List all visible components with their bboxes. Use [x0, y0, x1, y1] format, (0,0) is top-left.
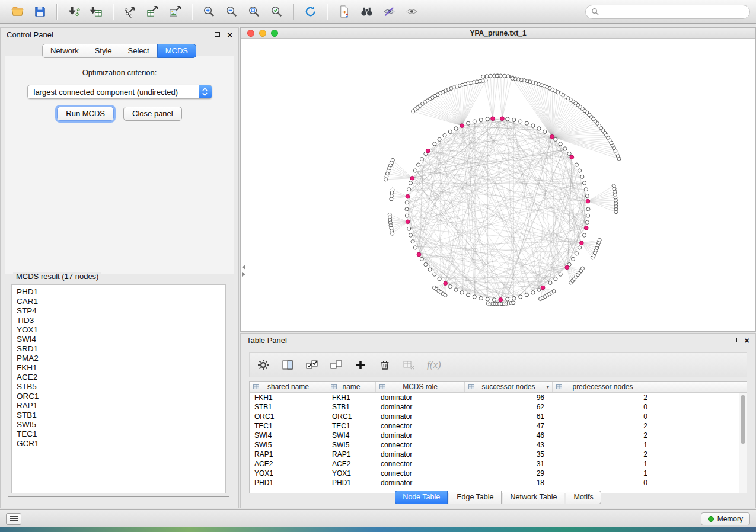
deselect-all-button[interactable]: [330, 358, 343, 371]
criterion-dropdown[interactable]: largest connected component (undirected): [27, 85, 212, 99]
memory-button[interactable]: Memory: [701, 512, 750, 525]
list-icon: [10, 516, 18, 517]
tab-select[interactable]: Select: [120, 44, 158, 58]
table-row[interactable]: STB1STB1dominator620: [250, 402, 747, 412]
column-type-icon: [556, 384, 562, 390]
table-scrollbar[interactable]: [739, 393, 747, 493]
tab-style[interactable]: Style: [87, 44, 120, 58]
table-cell: 1: [553, 469, 653, 477]
float-panel-icon[interactable]: [732, 338, 737, 342]
search-network-button[interactable]: [357, 3, 376, 21]
function-builder-button[interactable]: f(x): [427, 359, 441, 371]
optimization-criterion-label: Optimization criterion:: [5, 56, 234, 77]
tab-network[interactable]: Network: [42, 44, 87, 58]
mcds-tab-content: Optimization criterion: largest connecte…: [5, 56, 234, 274]
create-column-button[interactable]: [354, 358, 367, 371]
select-all-button[interactable]: [305, 358, 318, 371]
table-row[interactable]: RAP1RAP1dominator352: [250, 450, 747, 459]
mcds-result-item[interactable]: SWI4: [12, 335, 225, 344]
mcds-result-item[interactable]: ACE2: [12, 373, 225, 382]
toggle-visibility-button[interactable]: [379, 3, 398, 21]
column-label: shared name: [267, 383, 309, 391]
mcds-result-item[interactable]: STP4: [12, 306, 225, 316]
table-cell: 31: [465, 460, 553, 468]
tab-motifs[interactable]: Motifs: [566, 491, 601, 504]
zoom-fit-button[interactable]: [244, 3, 263, 21]
table-row[interactable]: TEC1TEC1connector472: [250, 421, 747, 431]
delete-columns-button[interactable]: [378, 358, 391, 371]
column-header-predecessor-nodes[interactable]: predecessor nodes: [553, 382, 653, 392]
mcds-result-item[interactable]: STB1: [12, 411, 225, 420]
column-header-name[interactable]: name: [327, 382, 376, 392]
scrollbar-thumb[interactable]: [741, 395, 745, 444]
tab-network-table[interactable]: Network Table: [503, 491, 565, 504]
table-cell: TEC1: [327, 422, 376, 430]
table-cell: SWI4: [250, 431, 327, 440]
table-row[interactable]: YOX1YOX1connector291: [250, 469, 747, 478]
network-canvas-svg: [241, 39, 755, 331]
table-row[interactable]: SWI4SWI4dominator462: [250, 431, 747, 440]
search-input[interactable]: [602, 7, 744, 17]
table-row[interactable]: FKH1FKH1dominator962: [250, 393, 747, 402]
toolbar-search[interactable]: [585, 5, 750, 19]
table-row[interactable]: ACE2ACE2connector311: [250, 459, 747, 469]
desktop-background-strip: [0, 527, 756, 532]
panel-splitter[interactable]: [241, 265, 246, 280]
mcds-result-item[interactable]: PMA2: [12, 354, 225, 363]
mcds-result-item[interactable]: YOX1: [12, 325, 225, 335]
tab-edge-table[interactable]: Edge Table: [449, 491, 501, 504]
network-canvas[interactable]: [241, 39, 755, 331]
mcds-result-item[interactable]: CAR1: [12, 297, 225, 306]
collapse-left-icon: [242, 265, 245, 270]
save-session-button[interactable]: [30, 3, 49, 21]
import-network-button[interactable]: [64, 3, 83, 21]
mcds-result-item[interactable]: RAP1: [12, 401, 225, 411]
mcds-result-item[interactable]: STB5: [12, 382, 225, 392]
close-panel-button[interactable]: Close panel: [123, 107, 182, 121]
table-settings-button[interactable]: [257, 358, 270, 371]
export-table-button[interactable]: [143, 3, 162, 21]
table-cell: FKH1: [250, 393, 327, 402]
table-row[interactable]: PHD1PHD1dominator180: [250, 478, 747, 488]
close-panel-icon[interactable]: ×: [227, 30, 232, 39]
mcds-result-item[interactable]: TEC1: [12, 430, 225, 439]
show-graphics-button[interactable]: [402, 3, 421, 21]
import-table-button[interactable]: [87, 3, 106, 21]
zoom-selected-button[interactable]: [267, 3, 286, 21]
window-close-icon[interactable]: [247, 30, 254, 37]
mcds-result-item[interactable]: GCR1: [12, 439, 225, 448]
mcds-result-list[interactable]: PHD1CAR1STP4TID3YOX1SWI4SRD1PMA2FKH1ACE2…: [11, 284, 226, 493]
close-panel-icon[interactable]: ×: [744, 336, 749, 345]
window-minimize-icon[interactable]: [259, 30, 266, 37]
float-panel-icon[interactable]: [215, 32, 220, 37]
table-cell: PHD1: [327, 479, 376, 487]
column-header-shared-name[interactable]: shared name: [250, 382, 327, 392]
column-header-successor-nodes[interactable]: successor nodes ▾: [465, 382, 553, 392]
zoom-in-button[interactable]: [199, 3, 218, 21]
mcds-result-item[interactable]: TID3: [12, 316, 225, 325]
mcds-result-item[interactable]: SWI5: [12, 420, 225, 430]
zoom-out-button[interactable]: [222, 3, 241, 21]
table-row[interactable]: ORC1ORC1dominator610: [250, 412, 747, 421]
delete-table-button[interactable]: [403, 358, 416, 371]
table-row[interactable]: SWI5SWI5connector431: [250, 440, 747, 450]
refresh-layout-button[interactable]: [301, 3, 320, 21]
mcds-result-item[interactable]: SRD1: [12, 344, 225, 354]
column-header-mcds-role[interactable]: MCDS role: [376, 382, 465, 392]
share-document-button[interactable]: [334, 3, 353, 21]
task-history-button[interactable]: [6, 513, 21, 525]
export-image-button[interactable]: [165, 3, 184, 21]
run-mcds-button[interactable]: Run MCDS: [57, 107, 114, 121]
table-cell: dominator: [376, 479, 465, 487]
export-network-button[interactable]: [120, 3, 139, 21]
control-panel-tabs: Network Style Select MCDS: [1, 44, 238, 58]
table-cell: connector: [376, 469, 465, 477]
mcds-result-item[interactable]: FKH1: [12, 363, 225, 373]
mcds-result-item[interactable]: PHD1: [12, 287, 225, 297]
show-columns-button[interactable]: [281, 358, 294, 371]
open-session-button[interactable]: [8, 3, 27, 21]
tab-mcds[interactable]: MCDS: [157, 44, 196, 58]
window-maximize-icon[interactable]: [271, 30, 278, 37]
tab-node-table[interactable]: Node Table: [395, 491, 448, 504]
mcds-result-item[interactable]: ORC1: [12, 392, 225, 401]
